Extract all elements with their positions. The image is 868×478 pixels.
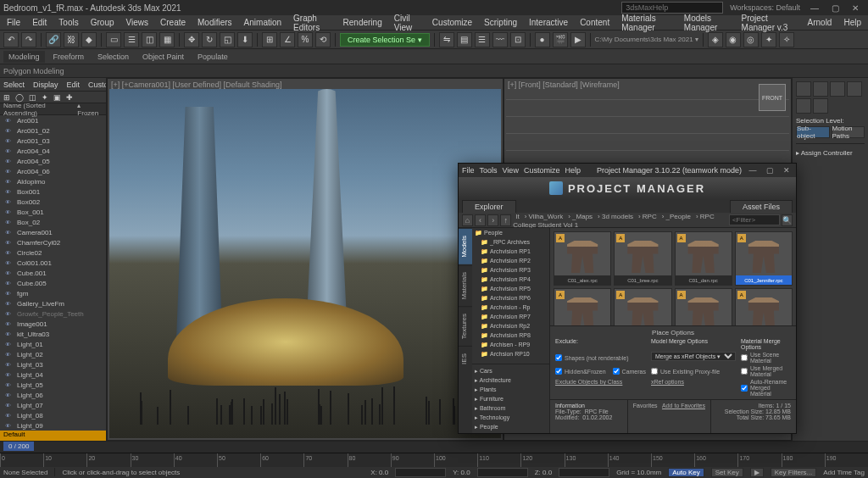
menu-views[interactable]: Views — [123, 16, 153, 29]
layer-icon[interactable]: ☰ — [475, 32, 490, 47]
close-icon[interactable]: ✕ — [846, 2, 865, 14]
category-plants[interactable]: ▸ Plants — [472, 385, 549, 394]
pm-menu-file[interactable]: File — [462, 166, 475, 175]
menu-civil-view[interactable]: Civil View — [391, 12, 424, 34]
tree-node[interactable]: 📁Archvision RP7 — [472, 312, 549, 321]
pm-minimize-icon[interactable]: — — [747, 165, 759, 175]
utilities-tab-icon[interactable] — [813, 98, 828, 114]
asset-thumbnail[interactable]: AC01_bree.rpc — [614, 231, 671, 286]
tool-d-icon[interactable]: ✦ — [761, 32, 776, 47]
coord-z-input[interactable] — [559, 468, 609, 477]
ribbon-sub-label[interactable]: Polygon Modeling — [3, 67, 64, 75]
cb-hidden[interactable]: Hidden&Frozen Cameras — [555, 365, 646, 377]
pm-close-icon[interactable]: ✕ — [781, 165, 793, 175]
select-name-icon[interactable]: ☰ — [124, 32, 139, 47]
menu-help[interactable]: Help — [840, 16, 865, 29]
tree-node[interactable]: 📁Archisen - RP9 — [472, 340, 549, 349]
pm-search-icon[interactable]: 🔍 — [782, 214, 793, 226]
minimize-icon[interactable]: — — [805, 2, 824, 14]
viewcube-icon[interactable]: FRONT — [759, 84, 786, 111]
motion-paths-button[interactable]: Motion Paths — [832, 126, 865, 138]
scene-item[interactable]: 👁Light_01 — [0, 339, 106, 349]
hierarchy-tab-icon[interactable] — [830, 81, 845, 97]
scene-item[interactable]: 👁Camera001 — [0, 227, 106, 237]
rotate-icon[interactable]: ↻ — [202, 32, 217, 47]
play-icon[interactable]: ▶ — [750, 468, 764, 477]
pm-menu-tools[interactable]: Tools — [480, 166, 498, 175]
breadcrumb[interactable]: › 3d models — [595, 213, 636, 220]
asset-thumbnail[interactable]: AC01_Jennifer.rpc — [735, 231, 793, 286]
menu-modifiers[interactable]: Modifiers — [194, 16, 236, 29]
menu-models-manager[interactable]: Models Manager — [681, 12, 733, 34]
scene-item[interactable]: 👁Image001 — [0, 319, 106, 329]
pm-back-icon[interactable]: ‹ — [475, 214, 486, 226]
menu-animation[interactable]: Animation — [241, 16, 285, 29]
tree-node[interactable]: 📁Archsion RP10 — [472, 349, 549, 358]
scene-item[interactable]: 👁Light_04 — [0, 370, 106, 380]
tool-b-icon[interactable]: ◉ — [726, 32, 741, 47]
scene-item[interactable]: 👁Gallery_LiveFm — [0, 298, 106, 308]
ribbon-tab-modeling[interactable]: Modeling — [3, 51, 45, 63]
tree-node[interactable]: 📁Archvision RP4 — [472, 275, 549, 284]
menu-group[interactable]: Group — [87, 16, 118, 29]
merge-mode-select[interactable]: Merge as xRef Objects ▾ — [651, 352, 736, 361]
angle-snap-icon[interactable]: ∠ — [280, 32, 295, 47]
pm-home-icon[interactable]: ⌂ — [462, 214, 473, 226]
tree-node[interactable]: 📁Archvision - Rp — [472, 303, 549, 312]
tab-asset-files[interactable]: Asset Files — [730, 200, 793, 213]
asset-thumbnail[interactable]: AC01_John.rpc — [554, 288, 611, 325]
menu-create[interactable]: Create — [157, 16, 189, 29]
menu-project-manager-v-3[interactable]: Project Manager v.3 — [738, 12, 799, 34]
tree-node[interactable]: 📁_RPC Archives — [472, 237, 549, 247]
tree-node[interactable]: 📁Archvision RP1 — [472, 247, 549, 256]
category-bathroom[interactable]: ▸ Bathroom — [472, 403, 549, 413]
xref-options-link[interactable]: xRef options — [651, 379, 736, 397]
scene-menu-display[interactable]: Display — [33, 81, 58, 89]
scale-icon[interactable]: ◱ — [220, 32, 235, 47]
tree-node[interactable]: 📁Archvision RP2 — [472, 256, 549, 265]
scene-item[interactable]: 👁Light_06 — [0, 390, 106, 400]
menu-interactive[interactable]: Interactive — [526, 16, 571, 29]
asset-thumbnail[interactable]: AC01_dan.rpc — [675, 231, 732, 286]
pm-fwd-icon[interactable]: › — [487, 214, 498, 226]
unlink-icon[interactable]: ⛓ — [64, 32, 79, 47]
scene-item[interactable]: 👁Arc001_02 — [0, 125, 106, 136]
viewport-camera-label[interactable]: [+] [+Camera001] [User Defined] [Default… — [111, 81, 282, 89]
pm-filter-input[interactable] — [729, 214, 780, 225]
scene-menu-edit[interactable]: Edit — [67, 81, 81, 89]
asset-thumbnail[interactable]: AC01_LaMont.rpc — [675, 288, 732, 325]
scene-item[interactable]: 👁fgm — [0, 288, 106, 298]
menu-content[interactable]: Content — [576, 16, 613, 29]
scene-menu-select[interactable]: Select — [3, 81, 25, 89]
scene-item[interactable]: 👁Box002 — [0, 197, 106, 207]
pm-sidetab-models[interactable]: Models — [459, 228, 472, 264]
menu-rendering[interactable]: Rendering — [340, 16, 386, 29]
asset-thumbnail[interactable]: AC01_alex.rpc — [554, 231, 611, 286]
scene-item[interactable]: 👁Arc001_03 — [0, 136, 106, 146]
undo-icon[interactable]: ↶ — [3, 32, 19, 47]
scene-item[interactable]: 👁Cube.001 — [0, 268, 106, 278]
pm-sidetab-ies[interactable]: IES — [459, 346, 472, 371]
category-furniture[interactable]: ▸ Furniture — [472, 394, 549, 403]
autokey-button[interactable]: Auto Key — [668, 468, 704, 477]
align-icon[interactable]: ▤ — [457, 32, 472, 47]
scene-item[interactable]: 👁Circle02 — [0, 247, 106, 258]
cb-existing-proxy[interactable]: Use Existing Proxy-file — [651, 365, 736, 377]
scene-item[interactable]: 👁Light_05 — [0, 380, 106, 390]
exclude-by-class-link[interactable]: Exclude Objects by Class — [555, 379, 646, 397]
menu-graph-editors[interactable]: Graph Editors — [290, 12, 334, 34]
timeline[interactable]: 0 / 200 01020304050607080901001101201301… — [0, 441, 868, 466]
cb-merged-material[interactable]: Use Merged Material — [741, 365, 791, 377]
scene-item[interactable]: 👁ChamferCyl02 — [0, 237, 106, 247]
render-setup-icon[interactable]: 🎬 — [553, 32, 568, 47]
ribbon-tab-populate[interactable]: Populate — [192, 51, 233, 63]
coord-y-input[interactable] — [477, 468, 528, 477]
breadcrumb[interactable]: It — [513, 213, 521, 220]
maximize-icon[interactable]: ▢ — [826, 2, 844, 14]
render-frame-icon[interactable]: ▶ — [570, 32, 586, 47]
tab-explorer[interactable]: Explorer — [462, 200, 516, 213]
asset-thumbnail[interactable]: AC01_mike.rpc — [735, 288, 793, 325]
move-icon[interactable]: ✥ — [184, 32, 199, 47]
coord-x-input[interactable] — [395, 468, 446, 477]
asset-thumbnail[interactable]: AC01_Kyle.rpc — [614, 288, 671, 325]
